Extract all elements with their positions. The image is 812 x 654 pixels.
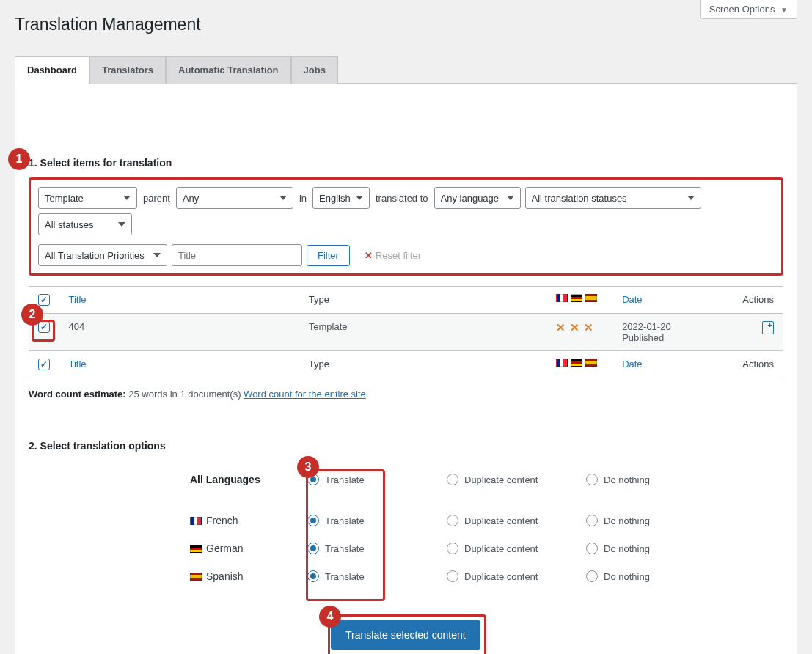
annotation-marker-3: 3 [297, 456, 319, 478]
annotation-marker-1: 1 [8, 148, 30, 170]
screen-options-button[interactable]: Screen Options ▼ [700, 0, 797, 19]
radio-fr-duplicate[interactable] [447, 515, 458, 526]
all-languages-label: All Languages [190, 474, 307, 485]
flag-de-icon [190, 545, 202, 553]
filter-source-lang[interactable]: English [312, 187, 370, 209]
tab-dashboard[interactable]: Dashboard [15, 56, 89, 84]
chevron-down-icon: ▼ [780, 6, 788, 14]
annotation-marker-4: 4 [319, 606, 341, 628]
filter-box: Template parent Any in English translate… [29, 177, 783, 276]
page-title: Translation Management [15, 0, 797, 56]
filter-parent[interactable]: Any [176, 187, 293, 209]
in-label: in [298, 193, 308, 204]
filter-post-type[interactable]: Template [38, 187, 137, 209]
tf-languages [547, 351, 613, 378]
items-table: Title Type Date Actions [29, 286, 783, 378]
step1-title: 1. Select items for translation [29, 157, 783, 169]
status-x-icon[interactable]: ✕ [570, 321, 579, 334]
filter-title-input[interactable] [172, 244, 302, 266]
radio-de-nothing[interactable] [586, 543, 598, 554]
tabs: Dashboard Translators Automatic Translat… [15, 56, 797, 84]
tab-jobs[interactable]: Jobs [291, 56, 338, 84]
th-date[interactable]: Date [613, 287, 734, 314]
lang-german-label: German [190, 543, 307, 554]
select-all-checkbox[interactable] [38, 294, 50, 306]
table-row: 404 Template ✕ ✕ ✕ 2022-01-20 [29, 314, 783, 351]
row-checkbox[interactable] [38, 321, 50, 333]
radio-fr-nothing[interactable] [586, 515, 598, 526]
lang-spanish-label: Spanish [190, 570, 307, 582]
th-type: Type [300, 287, 547, 314]
radio-all-duplicate[interactable] [447, 474, 458, 485]
radio-all-nothing[interactable] [586, 474, 598, 485]
radio-es-nothing[interactable] [586, 570, 598, 582]
row-date: 2022-01-20 Published [613, 314, 734, 351]
row-translation-status: ✕ ✕ ✕ [556, 321, 604, 334]
tf-title[interactable]: Title [59, 351, 299, 378]
parent-label: parent [142, 193, 172, 204]
tf-date[interactable]: Date [613, 351, 734, 378]
status-x-icon[interactable]: ✕ [556, 321, 566, 334]
flag-es-icon [190, 573, 202, 581]
radio-es-translate[interactable] [307, 570, 319, 582]
filter-button[interactable]: Filter [307, 245, 350, 266]
th-actions: Actions [734, 287, 783, 314]
tab-automatic[interactable]: Automatic Translation [166, 56, 291, 84]
flag-es-icon [585, 294, 597, 302]
select-all-checkbox-foot[interactable] [38, 359, 50, 370]
lang-french-label: French [190, 515, 307, 526]
annotation-marker-2: 2 [21, 304, 43, 326]
th-languages [547, 287, 613, 314]
th-title[interactable]: Title [59, 287, 299, 314]
word-count-link[interactable]: Word count for the entire site [244, 389, 366, 400]
tf-type: Type [300, 351, 547, 378]
reset-filter-link[interactable]: ✕Reset filter [365, 250, 421, 261]
status-x-icon[interactable]: ✕ [584, 321, 593, 334]
step2-title: 2. Select translation options [29, 440, 783, 452]
flag-de-icon [571, 359, 582, 367]
translate-selected-button[interactable]: Translate selected content [331, 620, 480, 650]
row-title[interactable]: 404 [59, 314, 299, 351]
screen-options-label: Screen Options [709, 4, 775, 15]
filter-translation-status[interactable]: All translation statuses [525, 187, 701, 209]
flag-fr-icon [190, 517, 202, 525]
radio-es-duplicate[interactable] [447, 570, 458, 582]
filter-pub-status[interactable]: All statuses [38, 213, 132, 235]
tf-actions: Actions [734, 351, 783, 378]
tab-translators[interactable]: Translators [89, 56, 166, 84]
radio-fr-translate[interactable] [307, 515, 319, 526]
main-panel: 1 1. Select items for translation Templa… [15, 84, 797, 654]
word-count: Word count estimate: 25 words in 1 docum… [29, 389, 783, 400]
add-document-icon[interactable] [762, 321, 774, 334]
radio-de-translate[interactable] [307, 543, 319, 554]
flag-es-icon [585, 359, 597, 367]
flag-fr-icon [556, 294, 568, 302]
translated-to-label: translated to [374, 193, 430, 204]
flag-fr-icon [556, 359, 568, 367]
filter-target-lang[interactable]: Any language [434, 187, 521, 209]
flag-de-icon [571, 294, 582, 302]
close-icon: ✕ [365, 250, 373, 261]
filter-priority[interactable]: All Translation Priorities [38, 244, 167, 266]
radio-de-duplicate[interactable] [447, 543, 458, 554]
row-type: Template [300, 314, 547, 351]
